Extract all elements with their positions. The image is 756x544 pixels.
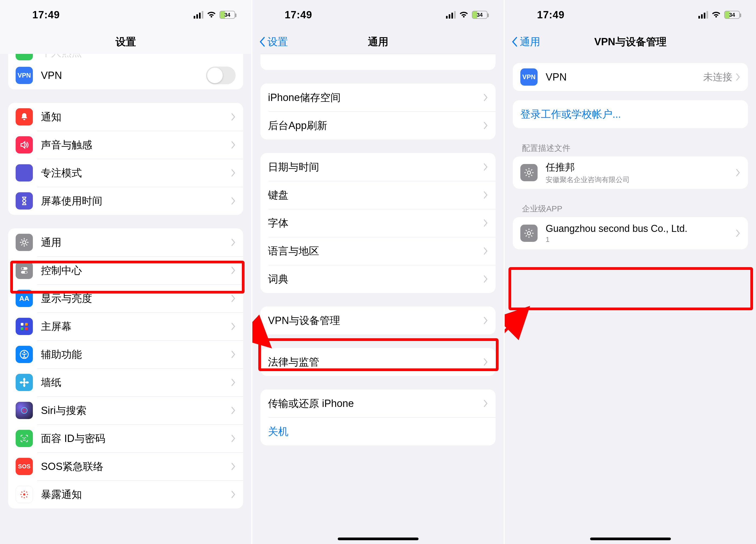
row-label: 语言与地区	[268, 244, 483, 258]
row-label: 通用	[41, 236, 231, 249]
chevron-right-icon	[231, 238, 236, 246]
chevron-right-icon	[231, 462, 236, 470]
row-label: 暴露通知	[41, 488, 231, 501]
highlight-enterprise-app	[508, 267, 753, 310]
chevron-right-icon	[231, 197, 236, 205]
row-storage[interactable]: iPhone储存空间	[260, 83, 496, 111]
section-config-profile: 配置描述文件	[522, 143, 748, 154]
nav-bar: 通用 VPN与设备管理	[505, 30, 756, 54]
svg-point-27	[21, 496, 22, 497]
row-vpn-device-mgmt[interactable]: VPN与设备管理	[260, 306, 496, 334]
exposure-icon	[16, 486, 33, 503]
chevron-right-icon	[736, 229, 740, 237]
nav-title: 设置	[116, 35, 136, 49]
row-general[interactable]: 通用	[8, 228, 243, 256]
row-label: VPN	[546, 71, 703, 83]
row-faceid[interactable]: 面容 ID与密码	[8, 424, 243, 452]
svg-point-20	[23, 493, 25, 496]
chevron-right-icon	[231, 294, 236, 302]
row-keyboard[interactable]: 键盘	[260, 181, 496, 209]
battery-icon: 34	[724, 11, 740, 19]
svg-point-15	[26, 381, 29, 383]
arrow-icon	[505, 304, 537, 364]
row-label: 主屏幕	[41, 320, 231, 333]
profile-title: 任推邦	[546, 161, 736, 174]
nav-bar: 设置	[0, 30, 251, 54]
row-screen-time[interactable]: 屏幕使用时间	[8, 187, 243, 215]
svg-rect-7	[21, 327, 23, 330]
row-transfer-reset[interactable]: 传输或还原 iPhone	[260, 389, 496, 417]
status-time: 17:49	[537, 9, 565, 21]
row-dictionary[interactable]: 词典	[260, 265, 496, 293]
svg-point-12	[23, 378, 25, 381]
row-accessibility[interactable]: 辅助功能	[8, 340, 243, 368]
row-fonts[interactable]: 字体	[260, 209, 496, 237]
row-enterprise-app[interactable]: Guangzhou second bus Co., Ltd. 1	[513, 217, 748, 249]
gear-icon	[16, 234, 33, 251]
row-label: 面容 ID与密码	[41, 432, 231, 445]
svg-point-21	[24, 491, 25, 492]
svg-point-28	[26, 496, 27, 497]
row-sos[interactable]: SOS SOS紧急联络	[8, 452, 243, 480]
svg-rect-5	[21, 323, 23, 326]
nav-back-label: 通用	[520, 35, 540, 49]
hourglass-icon	[16, 192, 33, 210]
row-wallpaper[interactable]: 墙纸	[8, 368, 243, 396]
row-login-work-school[interactable]: 登录工作或学校帐户...	[513, 100, 748, 128]
row-focus[interactable]: 专注模式	[8, 159, 243, 187]
hotspot-icon	[16, 54, 33, 60]
gear-icon	[520, 164, 538, 181]
svg-point-19	[25, 437, 26, 438]
row-label: 专注模式	[41, 166, 231, 180]
status-bar: 17:49 34	[252, 0, 504, 30]
chevron-right-icon	[483, 358, 488, 366]
svg-point-16	[21, 407, 27, 413]
svg-point-0	[23, 241, 26, 244]
nav-back-button[interactable]: 通用	[511, 35, 594, 49]
svg-rect-8	[25, 327, 28, 330]
row-notifications[interactable]: 通知	[8, 103, 243, 131]
row-label: 字体	[268, 216, 483, 230]
svg-point-13	[23, 384, 25, 387]
status-bar: 17:49 34	[505, 0, 756, 30]
chevron-right-icon	[231, 169, 236, 177]
chevron-right-icon	[736, 73, 740, 81]
row-home-screen[interactable]: 主屏幕	[8, 312, 243, 340]
row-exposure[interactable]: 暴露通知	[8, 480, 243, 508]
row-label: 词典	[268, 272, 483, 286]
text-size-icon: AA	[16, 290, 33, 307]
nav-back-button[interactable]: 设置	[259, 35, 368, 49]
row-legal[interactable]: 法律与监管	[260, 348, 496, 376]
svg-point-4	[25, 271, 27, 273]
row-date-time[interactable]: 日期与时间	[260, 153, 496, 181]
row-display-brightness[interactable]: AA 显示与亮度	[8, 284, 243, 312]
row-language-region[interactable]: 语言与地区	[260, 237, 496, 265]
row-label: 关机	[268, 425, 488, 438]
screen-vpn-device-mgmt: 17:49 34 通用 VPN与设备管理 VPN VPN 未连接	[505, 0, 756, 544]
status-icons: 34	[194, 11, 235, 19]
vpn-toggle[interactable]	[206, 67, 236, 84]
row-label: SOS紧急联络	[41, 460, 231, 473]
status-bar: 17:49 34	[0, 0, 251, 30]
chevron-right-icon	[483, 191, 488, 199]
row-control-center[interactable]: 控制中心	[8, 256, 243, 284]
row-label: 日期与时间	[268, 160, 483, 174]
accessibility-icon	[16, 346, 33, 363]
battery-icon: 34	[472, 11, 487, 19]
row-vpn-status[interactable]: VPN VPN 未连接	[513, 63, 748, 91]
chevron-right-icon	[231, 378, 236, 386]
row-shutdown[interactable]: 关机	[260, 417, 496, 445]
battery-icon: 34	[220, 11, 235, 19]
row-vpn-toggle[interactable]: VPN VPN	[8, 61, 243, 89]
chevron-right-icon	[231, 141, 236, 149]
chevron-right-icon	[736, 169, 740, 177]
enterprise-subtitle: 1	[546, 235, 736, 244]
row-siri[interactable]: Siri与搜索	[8, 396, 243, 424]
row-sounds[interactable]: 声音与触感	[8, 131, 243, 159]
siri-icon	[16, 402, 33, 419]
row-background-refresh[interactable]: 后台App刷新	[260, 111, 496, 140]
row-config-profile[interactable]: 任推邦 安徽聚名企业咨询有限公司	[513, 156, 748, 189]
faceid-icon	[16, 430, 33, 447]
row-label: VPN	[41, 70, 206, 81]
row-label: Siri与搜索	[41, 404, 231, 417]
